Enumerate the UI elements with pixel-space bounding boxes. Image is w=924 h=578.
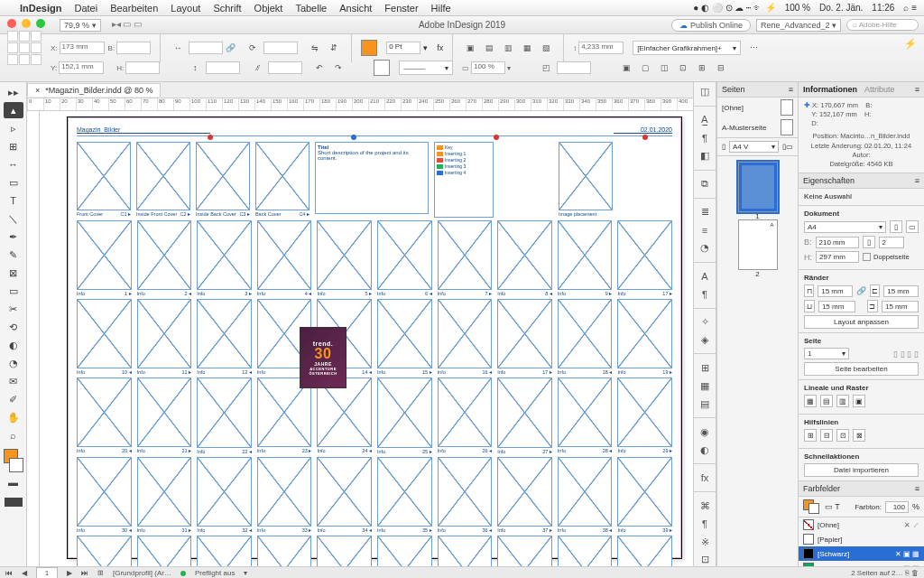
wrap-4-icon[interactable]: ▦ bbox=[519, 40, 535, 56]
menu-ansicht[interactable]: Ansicht bbox=[339, 3, 372, 14]
page-thumb-cell[interactable]: Info34 ◂ bbox=[317, 457, 372, 533]
panel-menu-icon[interactable]: ≡ bbox=[789, 85, 793, 94]
page-thumb-cell[interactable]: Info42 ◂ bbox=[197, 536, 252, 566]
glyphs-icon[interactable]: ✧ bbox=[697, 316, 713, 329]
grid-3-icon[interactable]: ▥ bbox=[836, 395, 849, 407]
expand-tool-icon[interactable]: ▸▸ bbox=[4, 84, 23, 100]
attributes-tab[interactable]: Attribute bbox=[864, 85, 895, 94]
menubar-time[interactable]: 11:26 bbox=[872, 3, 894, 13]
trap-icon[interactable]: ⊡ bbox=[697, 554, 713, 566]
links-icon[interactable]: ⧉ bbox=[697, 178, 713, 191]
margin-bottom-input[interactable]: 15 mm bbox=[818, 301, 855, 312]
page-thumb-cell[interactable]: Info30 ◂ bbox=[77, 457, 132, 533]
flip-v-icon[interactable]: ⇵ bbox=[326, 40, 342, 56]
ruler-vertical[interactable] bbox=[27, 111, 40, 566]
scale-x-icon[interactable]: ↔ bbox=[170, 40, 186, 56]
page-thumb-cell[interactable]: Info23 ▸ bbox=[257, 378, 312, 453]
para-panel-icon[interactable]: ¶ bbox=[697, 288, 713, 301]
page-thumb-cell[interactable]: Info8 ◂ bbox=[497, 220, 552, 296]
page-thumb-cell[interactable]: Info1 ▸ bbox=[77, 220, 132, 296]
app-name[interactable]: InDesign bbox=[20, 3, 61, 14]
stroke-style-select[interactable]: ———▾ bbox=[399, 61, 453, 75]
close-window-icon[interactable] bbox=[7, 19, 16, 28]
page-thumb-cell[interactable]: Info40 ◂ bbox=[77, 536, 132, 566]
page-thumb-cell[interactable]: Info45 ▸ bbox=[377, 536, 432, 566]
margin-left-input[interactable]: 15 mm bbox=[883, 285, 919, 297]
type-tool-icon[interactable]: T bbox=[4, 192, 23, 209]
guide-3-icon[interactable]: ⊡ bbox=[836, 429, 849, 442]
menubar-status-icons[interactable]: ● ◐ ⚪ ⊙ ☁︎ ⋯ ᯤ ⚡ bbox=[693, 3, 776, 13]
flip-h-icon[interactable]: ⇋ bbox=[307, 40, 323, 56]
publish-online-button[interactable]: ☁ Publish Online bbox=[671, 19, 751, 32]
view-zoom-select[interactable]: 79,9 % ▾ bbox=[60, 19, 101, 32]
guide-marker-icon[interactable] bbox=[494, 135, 499, 140]
guide-4-icon[interactable]: ⊠ bbox=[853, 429, 865, 442]
page-nav-icons[interactable]: ▯ ▯ ▯ ▯ bbox=[893, 350, 919, 359]
rotate-input[interactable] bbox=[263, 42, 298, 54]
page-thumb-cell[interactable]: Info5 ▸ bbox=[317, 220, 372, 296]
page-thumb-cell[interactable]: Info24 ◂ bbox=[317, 378, 372, 453]
swatch-row[interactable]: [Ohne]✕ ⟋ bbox=[799, 517, 924, 532]
page-nav-input[interactable]: 1 bbox=[36, 567, 58, 578]
page-thumb-cell[interactable]: Info21 ▸ bbox=[137, 378, 192, 453]
gradient-feather-icon[interactable]: ◔ bbox=[4, 355, 23, 371]
line-tool-icon[interactable]: ＼ bbox=[4, 210, 23, 227]
last-page-icon[interactable]: ⏭ bbox=[81, 569, 88, 577]
master-none-row[interactable]: [Ohne] bbox=[717, 98, 798, 117]
shear-icon[interactable]: ⫽ bbox=[249, 60, 265, 76]
pen-tool-icon[interactable]: ✒ bbox=[4, 228, 23, 245]
page-spread[interactable]: Magazin_Bilder 02.01.2020 Front CoverC1 … bbox=[67, 117, 682, 559]
panel-menu-icon[interactable]: ≡ bbox=[915, 484, 919, 493]
document-tab[interactable]: × *Magazin_Bilder.indd @ 80 % bbox=[27, 83, 161, 97]
page-thumb-cell[interactable]: Info38 ◂ bbox=[558, 457, 613, 533]
page-format-select[interactable]: A4 V▾ bbox=[729, 141, 779, 153]
direct-selection-tool-icon[interactable]: ▹ bbox=[4, 120, 23, 136]
fill-swatch[interactable] bbox=[361, 40, 377, 56]
tabs-icon[interactable]: ⊞ bbox=[697, 361, 713, 374]
layers-icon[interactable]: ≣ bbox=[697, 206, 713, 219]
fit-6-icon[interactable]: ⊟ bbox=[713, 60, 729, 76]
page-thumb-cell[interactable]: Info19 ▸ bbox=[617, 299, 672, 375]
object-style-select[interactable]: [Einfacher Grafikrahmen]+▾ bbox=[633, 41, 741, 55]
text-wrap-icon[interactable]: ¶ bbox=[697, 517, 713, 530]
facing-pages-checkbox[interactable]: Doppelseite bbox=[863, 253, 910, 261]
page-thumb-cell[interactable]: Info18 ◂ bbox=[558, 299, 613, 375]
page-thumb-cell[interactable]: Info10 ◂ bbox=[77, 299, 132, 375]
object-styles-icon[interactable]: ◧ bbox=[697, 150, 713, 163]
menu-bearbeiten[interactable]: Bearbeiten bbox=[110, 3, 158, 14]
fx-icon[interactable]: fx bbox=[437, 43, 443, 52]
rot90l-icon[interactable]: ↶ bbox=[311, 60, 328, 76]
page-number-select[interactable]: 1▾ bbox=[804, 348, 849, 359]
page-thumb-cell[interactable]: Info4 ◂ bbox=[257, 220, 312, 296]
master-a-row[interactable]: A-Musterseite bbox=[717, 117, 798, 137]
page-tool-icon[interactable]: ⊞ bbox=[4, 138, 23, 154]
scissors-tool-icon[interactable]: ✂ bbox=[4, 301, 23, 317]
fx-icon-strip[interactable]: fx bbox=[697, 471, 713, 484]
page-tool-mini-icon[interactable]: ▯ bbox=[722, 143, 725, 151]
menu-tabelle[interactable]: Tabelle bbox=[295, 3, 327, 14]
menu-hilfe[interactable]: Hilfe bbox=[431, 3, 451, 14]
scale-y-icon[interactable]: ↕ bbox=[187, 60, 203, 76]
placed-image[interactable]: trend. 30 JAHRE ACCENTURE ÖSTERREICH bbox=[300, 327, 346, 388]
fit-1-icon[interactable]: ▣ bbox=[618, 60, 634, 76]
page-thumb-cell[interactable]: Info11 ▸ bbox=[137, 299, 192, 375]
page-thumb-cell[interactable]: Info32 ◂ bbox=[197, 457, 252, 533]
page-thumb-cell[interactable]: Info28 ◂ bbox=[558, 378, 613, 453]
rot90r-icon[interactable]: ↷ bbox=[330, 60, 346, 76]
info-tab[interactable]: Informationen bbox=[803, 85, 857, 94]
pathfinder-icon[interactable]: ◔ bbox=[697, 242, 713, 255]
page-size-select[interactable]: A4▾ bbox=[804, 221, 886, 233]
page-thumb-cell[interactable]: Info48 ◂ bbox=[558, 536, 613, 566]
page-thumb-cell[interactable]: Info16 ◂ bbox=[438, 299, 493, 375]
para-styles-icon[interactable]: ¶ bbox=[697, 132, 713, 144]
help-search-input[interactable]: ⌕ Adobe-Hilfe bbox=[846, 19, 919, 31]
page-thumb-cell[interactable]: Info25 ▸ bbox=[377, 378, 432, 453]
corner-icon[interactable]: ◰ bbox=[538, 60, 554, 76]
page-thumb-2[interactable]: A2 bbox=[738, 219, 778, 270]
minimize-window-icon[interactable] bbox=[22, 19, 31, 28]
ruler-horizontal[interactable]: 0102030405060708090100110120130140150160… bbox=[27, 98, 693, 111]
stroke-weight-input[interactable]: 0 Pt bbox=[386, 42, 420, 54]
swatches-tab[interactable]: Farbfelder bbox=[803, 484, 840, 493]
margin-right-input[interactable]: 15 mm bbox=[882, 301, 919, 312]
tool-swatches[interactable] bbox=[4, 449, 23, 472]
